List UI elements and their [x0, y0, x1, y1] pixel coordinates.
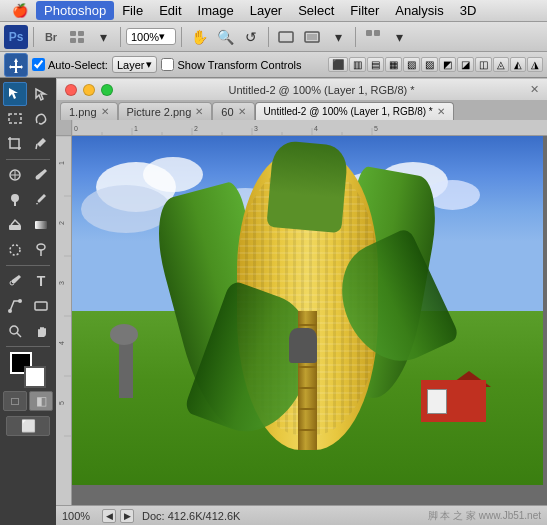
crop-tool[interactable] — [3, 132, 27, 156]
arrange-icon[interactable] — [361, 25, 385, 49]
svg-text:4: 4 — [58, 341, 65, 345]
svg-rect-16 — [35, 221, 47, 229]
hand-tool-side[interactable] — [29, 319, 53, 343]
ps-logo-icon: Ps — [4, 25, 28, 49]
tool-row-2 — [3, 107, 53, 131]
distribute-center-icon[interactable]: ◪ — [457, 57, 474, 72]
zoom-tool-icon[interactable]: 🔍 — [213, 25, 237, 49]
tab-1png-close[interactable]: ✕ — [101, 106, 109, 117]
distribute-bottom-icon[interactable]: ◮ — [527, 57, 543, 72]
auto-select-label[interactable]: Auto-Select: — [32, 58, 108, 71]
dodge-tool[interactable] — [29, 238, 53, 262]
tab-60-close[interactable]: ✕ — [238, 106, 246, 117]
hand-tool-icon[interactable]: ✋ — [187, 25, 211, 49]
tool-divider-3 — [6, 346, 50, 347]
canvas-wrapper: 0 1 2 3 4 5 — [56, 120, 547, 505]
apple-menu[interactable]: 🍎 — [4, 1, 36, 20]
quick-mask-btn[interactable]: ◧ — [29, 391, 53, 411]
svg-text:3: 3 — [58, 281, 65, 285]
transform-checkbox[interactable] — [161, 58, 174, 71]
layer-dropdown[interactable]: Layer ▾ — [112, 56, 158, 73]
direct-selection-tool[interactable] — [29, 82, 53, 106]
toolbar-separator-5 — [355, 27, 356, 47]
history-brush-tool[interactable] — [29, 188, 53, 212]
maximize-button[interactable] — [101, 84, 113, 96]
tab-untitled2[interactable]: Untitled-2 @ 100% (Layer 1, RGB/8) * ✕ — [255, 102, 454, 120]
minimize-button[interactable] — [83, 84, 95, 96]
distribute-left-icon[interactable]: ◩ — [439, 57, 456, 72]
align-right-icon[interactable]: ▤ — [367, 57, 384, 72]
eraser-tool[interactable] — [3, 213, 27, 237]
zoom-tool-side[interactable] — [3, 319, 27, 343]
svg-point-24 — [10, 326, 18, 334]
pen-tool[interactable] — [3, 269, 27, 293]
status-prev-btn[interactable]: ◀ — [102, 509, 116, 523]
tool-row-7 — [3, 238, 53, 262]
select-menu[interactable]: Select — [290, 1, 342, 20]
dropdown2-icon[interactable]: ▾ — [326, 25, 350, 49]
mini-bridge-icon[interactable] — [65, 25, 89, 49]
svg-line-25 — [17, 333, 21, 337]
bridge-icon[interactable]: Br — [39, 25, 63, 49]
lasso-tool[interactable] — [29, 107, 53, 131]
tab-untitled2-close[interactable]: ✕ — [437, 106, 445, 117]
move-tool-icon[interactable] — [4, 53, 28, 77]
svg-marker-9 — [9, 58, 23, 73]
gradient-tool[interactable] — [29, 213, 53, 237]
rectangle-tool[interactable] — [29, 294, 53, 318]
tool-row-10 — [3, 319, 53, 343]
file-menu[interactable]: File — [114, 1, 151, 20]
background-color[interactable] — [24, 366, 46, 388]
edit-menu[interactable]: Edit — [151, 1, 189, 20]
filter-menu[interactable]: Filter — [342, 1, 387, 20]
window-chrome: Untitled-2 @ 100% (Layer 1, RGB/8) * ✕ — [56, 78, 547, 100]
tab-1png[interactable]: 1.png ✕ — [60, 102, 118, 120]
zoom-input[interactable]: 100% ▾ — [126, 28, 176, 45]
svg-rect-3 — [78, 38, 84, 43]
barn-building — [421, 380, 487, 422]
svg-point-22 — [8, 309, 12, 313]
show-transform-label[interactable]: Show Transform Controls — [161, 58, 301, 71]
distribute-middle-icon[interactable]: ◭ — [510, 57, 526, 72]
window-close-btn[interactable]: ✕ — [530, 83, 539, 96]
text-tool[interactable]: T — [29, 269, 53, 293]
spot-heal-tool[interactable] — [3, 163, 27, 187]
arrange2-icon[interactable]: ▾ — [387, 25, 411, 49]
standard-mode-btn[interactable]: □ — [3, 391, 27, 411]
blur-tool[interactable] — [3, 238, 27, 262]
close-button[interactable] — [65, 84, 77, 96]
tab-picture2-close[interactable]: ✕ — [195, 106, 203, 117]
rotate-icon[interactable]: ↺ — [239, 25, 263, 49]
tab-60[interactable]: 60 ✕ — [212, 102, 254, 120]
photoshop-menu[interactable]: Photoshop — [36, 1, 114, 20]
eyedropper-tool[interactable] — [29, 132, 53, 156]
marquee-tool[interactable] — [3, 107, 27, 131]
svg-rect-10 — [9, 114, 21, 123]
status-next-btn[interactable]: ▶ — [120, 509, 134, 523]
analysis-menu[interactable]: Analysis — [387, 1, 451, 20]
layer-menu[interactable]: Layer — [242, 1, 291, 20]
align-top-icon[interactable]: ▦ — [385, 57, 402, 72]
quick-mask-row: □ ◧ — [3, 391, 53, 411]
distribute-right-icon[interactable]: ◫ — [475, 57, 492, 72]
selection-tool[interactable] — [3, 82, 27, 106]
dropdrown-arrow[interactable]: ▾ — [91, 25, 115, 49]
canvas-image[interactable] — [72, 136, 543, 485]
distribute-top-icon[interactable]: ◬ — [493, 57, 509, 72]
path-selection-tool[interactable] — [3, 294, 27, 318]
align-center-icon[interactable]: ▥ — [349, 57, 366, 72]
align-middle-icon[interactable]: ▧ — [403, 57, 420, 72]
image-menu[interactable]: Image — [190, 1, 242, 20]
tab-picture2[interactable]: Picture 2.png ✕ — [118, 102, 213, 120]
align-bottom-icon[interactable]: ▨ — [421, 57, 438, 72]
brush-tool[interactable] — [29, 163, 53, 187]
auto-select-checkbox[interactable] — [32, 58, 45, 71]
view-box-icon[interactable] — [274, 25, 298, 49]
screen-mode-btn[interactable]: ⬜ — [6, 416, 50, 436]
corn-silk-top — [266, 140, 349, 233]
view-box2-icon[interactable] — [300, 25, 324, 49]
3d-menu[interactable]: 3D — [452, 1, 485, 20]
tool-divider-1 — [6, 159, 50, 160]
clone-stamp-tool[interactable] — [3, 188, 27, 212]
align-left-icon[interactable]: ⬛ — [328, 57, 348, 72]
